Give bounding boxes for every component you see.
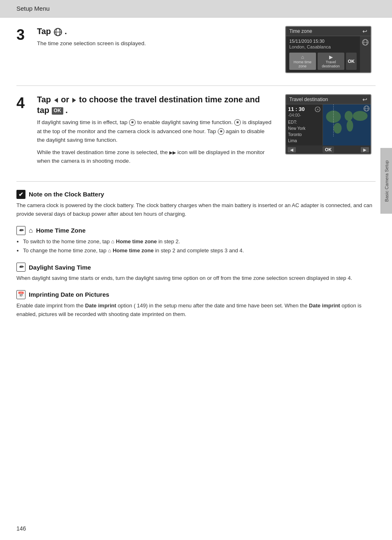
clock-battery-title: ✔ Note on the Clock Battery — [16, 190, 376, 199]
step-4-tap: Tap — [37, 95, 53, 104]
globe-icon-step3 — [53, 28, 62, 37]
item1-bold: Home time zone — [116, 238, 157, 245]
imprinting-body: Enable date imprint from the Date imprin… — [16, 302, 376, 319]
step-4-or: or — [61, 95, 71, 104]
travel-offset: -04:00- — [288, 113, 321, 118]
pencil-icon-daylight: ✏ — [16, 263, 25, 272]
nav-arrow-left[interactable]: ◀ — [288, 147, 296, 152]
daylight-title-text: Daylight Saving Time — [29, 264, 91, 271]
divider-2 — [16, 181, 376, 182]
ok-btn-tz[interactable]: OK — [346, 53, 357, 70]
svg-point-10 — [345, 111, 353, 121]
travel-icon: ▶ — [319, 54, 343, 60]
travel-back: ↩ — [362, 96, 367, 103]
clock-battery-body: The camera clock is powered by the clock… — [16, 201, 376, 219]
step-4-image: Travel destination ↩ 11 : 30 ☀ — [285, 94, 376, 169]
tz-screen-buttons: ⌂ Home time zone ▶ Travel destination OK — [289, 53, 357, 70]
step-3-number: 3 — [16, 28, 37, 73]
svg-point-11 — [347, 120, 353, 132]
divider-1 — [16, 85, 376, 86]
home-icon-item2: ⌂ — [108, 247, 111, 254]
home-icon-title: ⌂ — [29, 227, 33, 234]
arrow-left-icon — [54, 98, 58, 103]
city-list: EDT: New York Toronto Lima — [288, 119, 321, 144]
home-tz-list: To switch to the home time zone, tap ⌂ H… — [16, 238, 376, 256]
city3: Lima — [288, 138, 321, 144]
step-4-note-text: While the travel destination time zone i… — [37, 149, 169, 155]
home-time-zone-note: ✏ ⌂ Home Time Zone To switch to the home… — [16, 226, 376, 256]
step-3-image: Time zone ↩ 15/11/2010 15:30 London, Cas… — [285, 26, 376, 73]
step-4-note: While the travel destination time zone i… — [37, 148, 273, 166]
check-icon: ✔ — [16, 190, 25, 199]
travel-destination-icon: ▶▶ — [169, 150, 176, 155]
item1-prefix: To switch to the home time zone, tap — [23, 238, 111, 245]
travel-title: Travel destination — [289, 97, 328, 102]
main-content: 3 Tap . The time zone selection screen i… — [0, 18, 392, 339]
svg-point-9 — [334, 123, 342, 134]
imprinting-bold1: Date imprint — [85, 302, 116, 309]
home-tz-title: ✏ ⌂ Home Time Zone — [16, 226, 376, 235]
step-3-title: Tap . — [37, 26, 273, 37]
step-4-description: If daylight saving time is in effect, ta… — [37, 118, 273, 145]
dst-icon-inline2: ☀ — [234, 119, 241, 126]
step-3-title-tap: Tap — [37, 27, 53, 36]
tz-title: Time zone — [289, 28, 312, 34]
tz-screen-header: Time zone ↩ — [286, 27, 371, 36]
step-4-end: . — [65, 106, 68, 115]
pencil-icon-home: ✏ — [16, 226, 25, 235]
nav-arrow-right[interactable]: ▶ — [361, 147, 369, 152]
clock-battery-note: ✔ Note on the Clock Battery The camera c… — [16, 190, 376, 219]
item2-suffix: in step 2 and complete steps 3 and 4. — [155, 247, 244, 254]
step-4-content: Tap or to choose the travel destination … — [37, 94, 281, 169]
home-icon: ⌂ — [291, 54, 314, 60]
clock-battery-title-text: Note on the Clock Battery — [29, 191, 104, 198]
travel-destination-btn[interactable]: ▶ Travel destination — [318, 53, 344, 70]
svg-text:☀: ☀ — [316, 108, 319, 111]
page-header: Setup Menu — [0, 0, 392, 18]
globe-icon-travel — [363, 105, 370, 112]
arrow-right-icon — [72, 98, 76, 103]
travel-label: Travel destination — [319, 60, 343, 68]
imprinting-note: 📅 Imprinting Date on Pictures Enable dat… — [16, 290, 376, 319]
travel-nav: ◀ OK ▶ — [286, 145, 371, 154]
dst-icon-inline1: ☀ — [129, 119, 136, 126]
step-4-desc1: If daylight saving time is in effect, ta… — [37, 119, 129, 125]
step-3-content: Tap . The time zone selection screen is … — [37, 26, 281, 73]
step-3-description: The time zone selection screen is displa… — [37, 39, 273, 48]
step-4-title: Tap or to choose the travel destination … — [37, 94, 273, 115]
tz-back: ↩ — [362, 28, 367, 35]
city2: Toronto — [288, 132, 321, 138]
travel-time-left: 11 : 30 — [288, 106, 304, 112]
ok-badge-step4: OK — [52, 107, 63, 115]
step-4-number: 4 — [16, 96, 37, 169]
dst-icon-inline3: ☀ — [218, 128, 224, 135]
item2-prefix: To change the home time zone, tap — [23, 247, 108, 254]
imprinting-prefix: Enable date imprint from the — [16, 302, 85, 309]
dst-icon-screen: ☀ — [315, 106, 321, 112]
step-3: 3 Tap . The time zone selection screen i… — [16, 26, 376, 73]
imprinting-mid: option ( 149) in the setup menu after th… — [118, 302, 309, 309]
tz-location: London, Casablanca — [289, 44, 357, 49]
city1: New York — [288, 125, 321, 132]
edt-label: EDT: — [288, 119, 321, 125]
time-zone-screen: Time zone ↩ 15/11/2010 15:30 London, Cas… — [285, 26, 371, 73]
travel-header: Travel destination ↩ — [286, 95, 371, 104]
globe-icon-screen — [362, 39, 369, 46]
imprinting-title: 📅 Imprinting Date on Pictures — [16, 290, 376, 299]
imprinting-bold2: Date imprint — [309, 302, 340, 309]
page: Setup Menu Basic Camera Setup 3 Tap . Th… — [0, 0, 392, 540]
ok-btn-travel[interactable]: OK — [323, 146, 334, 153]
home-label: Home time zone — [291, 60, 314, 68]
home-time-zone-btn[interactable]: ⌂ Home time zone — [289, 53, 316, 70]
daylight-saving-note: ✏ Daylight Saving Time When daylight sav… — [16, 263, 376, 283]
item1-suffix: in step 2. — [158, 238, 180, 245]
imprinting-title-text: Imprinting Date on Pictures — [29, 291, 109, 298]
header-title: Setup Menu — [16, 5, 50, 12]
home-tz-title-text: Home Time Zone — [36, 227, 86, 234]
tz-date: 15/11/2010 15:30 — [289, 39, 325, 44]
daylight-body: When daylight saving time starts or ends… — [16, 274, 376, 283]
home-tz-item1: To switch to the home time zone, tap ⌂ H… — [23, 238, 376, 246]
home-icon-item1: ⌂ — [111, 238, 115, 245]
item2-bold: Home time zone — [113, 247, 154, 254]
travel-destination-screen: Travel destination ↩ 11 : 30 ☀ — [285, 94, 371, 155]
